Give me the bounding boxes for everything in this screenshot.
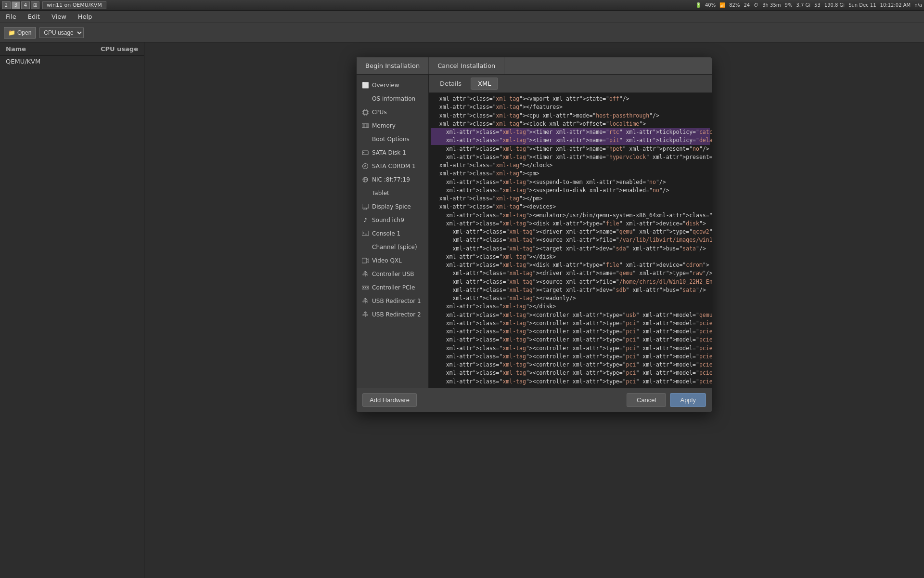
sidebar-item-tablet[interactable]: Tablet [357, 186, 428, 200]
sound-icon: ♪ [361, 216, 369, 224]
workspace-3[interactable]: 3 [12, 1, 20, 9]
sidebar-label-cpus: CPUs [372, 109, 387, 116]
sidebar-item-nic[interactable]: NIC :8f:77:19 [357, 173, 428, 186]
taskbar-right: 🔋 40% 📶 82% 24 ⏱ 3h 35m 9% 3.7 Gi 53 190… [695, 2, 922, 8]
svg-rect-27 [362, 258, 367, 263]
footer-left: Add Hardware [362, 393, 417, 407]
sidebar-item-controller-usb[interactable]: Controller USB [357, 267, 428, 281]
dialog-footer: Add Hardware Cancel Apply [357, 388, 712, 412]
apply-button[interactable]: Apply [670, 393, 706, 407]
cancel-button[interactable]: Cancel [627, 393, 666, 407]
sidebar-label-video: Video QXL [372, 257, 402, 264]
menu-view[interactable]: View [50, 12, 68, 21]
sidebar-item-sound-ich9[interactable]: ♪ Sound ich9 [357, 213, 428, 227]
tab-details[interactable]: Details [433, 78, 469, 90]
svg-rect-25 [362, 231, 369, 236]
taskbar-app[interactable]: win11 on QEMU/KVM [42, 1, 106, 9]
xml-editor[interactable]: xml-attr">class="xml-tag"><vmport xml-at… [429, 93, 712, 388]
sidebar-label-cdrom: SATA CDROM 1 [372, 163, 416, 170]
cpu2-stat: 9% [785, 2, 793, 8]
sidebar-item-controller-pcie[interactable]: Controller PCIe [357, 281, 428, 294]
os-icon [361, 95, 369, 103]
usb-icon [361, 270, 369, 278]
sidebar-label-usb-redir2: USB Redirector 2 [372, 311, 421, 318]
svg-rect-36 [367, 287, 368, 288]
svg-point-39 [367, 301, 368, 302]
toolbar: 📁 Open CPU usage [0, 23, 924, 42]
sidebar-label-display: Display Spice [372, 203, 411, 210]
workspace-expand[interactable]: ⊞ [31, 1, 39, 9]
sidebar-label-sound: Sound ich9 [372, 217, 404, 223]
content-area: Details XML xml-attr">class="xml-tag"><v… [429, 75, 712, 388]
footer-right: Cancel Apply [627, 393, 706, 407]
open-button[interactable]: 📁 Open [4, 27, 36, 39]
workspace-4[interactable]: 4 [21, 1, 30, 9]
sidebar-label-sata1: SATA Disk 1 [372, 149, 406, 156]
dialog: Begin Installation Cancel Installation ⬜… [356, 57, 712, 412]
svg-point-44 [367, 315, 368, 316]
sidebar: ⬜ Overview OS information [357, 75, 429, 388]
sidebar-item-video-qxl[interactable]: Video QXL [357, 254, 428, 267]
uptime-stat: 3h 35m [762, 2, 781, 8]
add-hardware-button[interactable]: Add Hardware [362, 393, 417, 407]
console-icon [361, 230, 369, 237]
menu-help[interactable]: Help [76, 12, 94, 21]
sidebar-label-memory: Memory [372, 122, 396, 129]
sidebar-item-cpus[interactable]: CPUs [357, 105, 428, 119]
taskbar: 2 3 4 ⊞ win11 on QEMU/KVM 🔋 40% 📶 82% 24… [0, 0, 924, 11]
sidebar-item-os-information[interactable]: OS information [357, 92, 428, 105]
sidebar-label-usb-redir1: USB Redirector 1 [372, 298, 421, 304]
menubar: File Edit View Help [0, 11, 924, 23]
cpu-usage-select[interactable]: CPU usage [39, 27, 84, 38]
sidebar-item-overview[interactable]: ⬜ Overview [357, 79, 428, 92]
memory-icon [361, 122, 369, 130]
cpu-icon [361, 108, 369, 116]
menu-file[interactable]: File [4, 12, 18, 21]
overview-icon: ⬜ [361, 81, 369, 89]
sidebar-item-sata-cdrom-1[interactable]: SATA CDROM 1 [357, 159, 428, 173]
sidebar-item-usb-redirector-2[interactable]: USB Redirector 2 [357, 308, 428, 321]
mem-stat: 3.7 Gi [796, 2, 810, 8]
sidebar-label-channel: Channel (spice) [372, 244, 417, 250]
svg-rect-35 [365, 287, 366, 288]
cancel-installation-button[interactable]: Cancel Installation [429, 57, 504, 74]
menu-edit[interactable]: Edit [26, 12, 42, 21]
sidebar-item-console-1[interactable]: Console 1 [357, 227, 428, 240]
sidebar-label-overview: Overview [372, 82, 399, 89]
left-panel: Name CPU usage QEMU/KVM [0, 42, 144, 578]
sidebar-item-boot-options[interactable]: Boot Options [357, 132, 428, 146]
panel-cpu-label: CPU usage [101, 45, 138, 53]
sidebar-label-pcie-ctrl: Controller PCIe [372, 284, 415, 291]
num1-stat: 24 [744, 2, 750, 8]
sidebar-item-channel-spice[interactable]: Channel (spice) [357, 240, 428, 254]
open-label: Open [17, 29, 31, 36]
video-icon [361, 257, 369, 264]
disk-icon [361, 149, 369, 157]
begin-installation-button[interactable]: Begin Installation [357, 57, 429, 74]
panel-name-label: Name [6, 45, 26, 53]
sidebar-label-os: OS information [372, 95, 415, 102]
time-stat: 10:12:02 AM [880, 2, 911, 8]
clock-icon: ⏱ [754, 2, 758, 8]
sidebar-item-memory[interactable]: Memory [357, 119, 428, 132]
na-stat: n/a [914, 2, 922, 8]
tab-xml[interactable]: XML [471, 78, 498, 90]
taskbar-left: 2 3 4 ⊞ win11 on QEMU/KVM [2, 1, 695, 9]
vm-list-item[interactable]: QEMU/KVM [0, 56, 144, 67]
display-icon [361, 203, 369, 210]
sidebar-item-sata-disk-1[interactable]: SATA Disk 1 [357, 146, 428, 159]
workspace-2[interactable]: 2 [2, 1, 11, 9]
sidebar-label-tablet: Tablet [372, 190, 389, 197]
taskbar-app-label: win11 on QEMU/KVM [47, 2, 102, 8]
sidebar-label-nic: NIC :8f:77:19 [372, 176, 410, 183]
battery-icon: 🔋 [695, 2, 701, 8]
taskbar-workspaces: 2 3 4 ⊞ [2, 1, 39, 9]
sidebar-item-usb-redirector-1[interactable]: USB Redirector 1 [357, 294, 428, 308]
usbredir2-icon [361, 311, 369, 318]
channel-icon [361, 243, 369, 251]
sidebar-item-display-spice[interactable]: Display Spice [357, 200, 428, 213]
signal-stat: 82% [729, 2, 740, 8]
svg-rect-43 [363, 315, 364, 315]
svg-rect-21 [362, 204, 369, 208]
svg-rect-38 [363, 301, 364, 302]
